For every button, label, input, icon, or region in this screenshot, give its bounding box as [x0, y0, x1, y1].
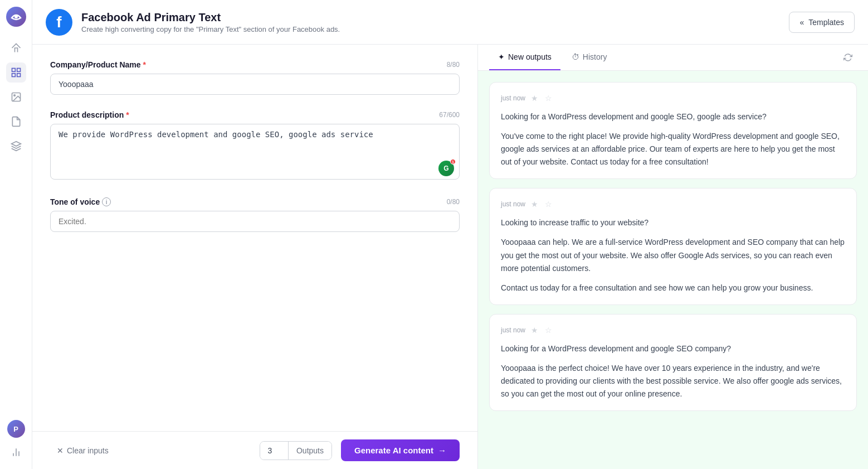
header-left: f Facebook Ad Primary Text Create high c…: [46, 9, 340, 36]
output-card-1-header: just now ★ ☆: [501, 93, 845, 104]
product-field: Product description * 67/600 We provide …: [50, 110, 460, 182]
facebook-icon: f: [46, 9, 72, 36]
output-card-2: just now ★ ☆ Looking to increase traffic…: [489, 188, 857, 304]
output-text-1: Looking for a WordPress development and …: [501, 110, 845, 168]
arrow-right-icon: →: [438, 446, 446, 455]
company-label: Company/Product Name *: [50, 60, 146, 69]
sidebar: P: [0, 0, 32, 469]
body-area: Company/Product Name * 8/80 Product desc…: [32, 45, 868, 469]
outputs-count-input[interactable]: [260, 442, 288, 460]
tone-input[interactable]: [50, 211, 460, 232]
sidebar-icon-chart[interactable]: [6, 442, 26, 462]
product-counter: 67/600: [439, 111, 460, 119]
company-field-header: Company/Product Name * 8/80: [50, 60, 460, 69]
output-panel: ✦ New outputs ⏱ History just now: [478, 45, 868, 469]
thumbs-down-btn-1[interactable]: ☆: [544, 93, 553, 104]
output-list: just now ★ ☆ Looking for a WordPress dev…: [478, 71, 868, 469]
product-label: Product description *: [50, 110, 129, 119]
company-field: Company/Product Name * 8/80: [50, 60, 460, 95]
clock-icon: ⏱: [572, 52, 579, 61]
timestamp-3: just now: [501, 326, 525, 334]
svg-rect-5: [17, 74, 20, 77]
thumbs-down-btn-3[interactable]: ☆: [544, 325, 553, 336]
app-logo[interactable]: [6, 7, 26, 27]
tab-new-outputs[interactable]: ✦ New outputs: [489, 45, 560, 70]
output-card-3-header: just now ★ ☆: [501, 325, 845, 336]
thumbs-up-btn-1[interactable]: ★: [530, 93, 539, 104]
thumbs-up-btn-2[interactable]: ★: [530, 199, 539, 210]
page-header: f Facebook Ad Primary Text Create high c…: [32, 0, 868, 45]
outputs-stepper: Outputs: [260, 441, 332, 460]
thumbs-up-btn-3[interactable]: ★: [530, 325, 539, 336]
sidebar-icon-home[interactable]: [6, 38, 26, 58]
tab-history[interactable]: ⏱ History: [563, 45, 616, 70]
product-textarea[interactable]: We provide WordPress development and goo…: [50, 124, 460, 180]
page-subtitle: Create high converting copy for the "Pri…: [81, 25, 340, 33]
tone-field: Tone of voice i 0/80: [50, 197, 460, 232]
refresh-button[interactable]: [839, 49, 857, 66]
page-title: Facebook Ad Primary Text: [81, 11, 340, 24]
timestamp-1: just now: [501, 94, 525, 102]
tone-label: Tone of voice i: [50, 197, 111, 206]
svg-point-7: [13, 95, 14, 96]
sidebar-icon-layers[interactable]: [6, 136, 26, 156]
x-icon: ✕: [57, 446, 64, 455]
company-counter: 8/80: [447, 61, 460, 69]
avatar[interactable]: P: [7, 420, 25, 438]
product-field-header: Product description * 67/600: [50, 110, 460, 119]
required-star-product: *: [126, 110, 129, 119]
sparkle-icon: ✦: [498, 52, 505, 61]
grammarly-notification-dot: 1: [450, 159, 456, 165]
templates-button[interactable]: « Templates: [789, 12, 855, 33]
output-card-2-header: just now ★ ☆: [501, 199, 845, 210]
sidebar-icon-grid[interactable]: [6, 62, 26, 83]
svg-rect-3: [17, 69, 20, 72]
tone-field-header: Tone of voice i 0/80: [50, 197, 460, 206]
grammarly-badge: G 1: [438, 161, 454, 176]
generate-button[interactable]: Generate AI content →: [341, 439, 460, 461]
header-text: Facebook Ad Primary Text Create high con…: [81, 11, 340, 33]
sidebar-icon-image[interactable]: [6, 87, 26, 107]
svg-point-1: [14, 15, 18, 18]
outputs-label: Outputs: [288, 442, 331, 460]
clear-inputs-button[interactable]: ✕ Clear inputs: [50, 442, 115, 460]
tone-info-icon[interactable]: i: [102, 197, 111, 206]
tone-counter: 0/80: [447, 198, 460, 206]
output-text-3: Looking for a WordPress development and …: [501, 342, 845, 400]
output-card-3: just now ★ ☆ Looking for a WordPress dev…: [489, 314, 857, 411]
required-star: *: [143, 60, 146, 69]
svg-rect-4: [12, 74, 15, 77]
sidebar-icon-file[interactable]: [6, 112, 26, 132]
company-input[interactable]: [50, 74, 460, 95]
thumbs-down-btn-2[interactable]: ☆: [544, 199, 553, 210]
chevron-left-icon: «: [799, 18, 804, 27]
bottom-bar: ✕ Clear inputs Outputs Generate AI conte…: [32, 431, 477, 469]
timestamp-2: just now: [501, 200, 525, 208]
svg-marker-8: [11, 142, 21, 146]
input-panel: Company/Product Name * 8/80 Product desc…: [32, 45, 478, 469]
input-form: Company/Product Name * 8/80 Product desc…: [32, 45, 477, 431]
product-textarea-wrapper: We provide WordPress development and goo…: [50, 124, 460, 182]
output-card-1: just now ★ ☆ Looking for a WordPress dev…: [489, 82, 857, 179]
output-tabs: ✦ New outputs ⏱ History: [478, 45, 868, 71]
svg-rect-2: [12, 69, 15, 72]
main-content: f Facebook Ad Primary Text Create high c…: [32, 0, 868, 469]
output-text-2: Looking to increase traffic to your webs…: [501, 216, 845, 294]
